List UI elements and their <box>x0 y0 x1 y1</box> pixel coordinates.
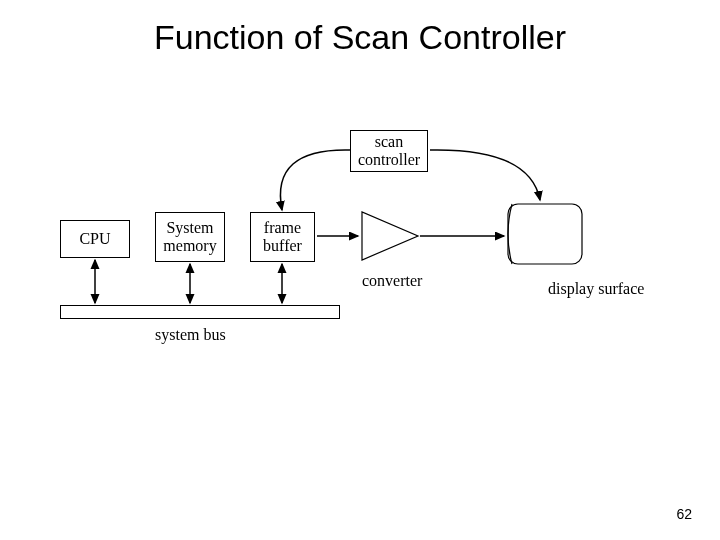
scancontroller-framebuffer-connector <box>280 150 350 210</box>
scancontroller-display-connector <box>430 150 540 200</box>
slide-title: Function of Scan Controller <box>0 18 720 57</box>
connectors-layer <box>60 130 660 390</box>
page-number: 62 <box>676 506 692 522</box>
slide: Function of Scan Controller CPU System m… <box>0 0 720 540</box>
diagram: CPU System memory frame buffer scan cont… <box>60 130 660 390</box>
